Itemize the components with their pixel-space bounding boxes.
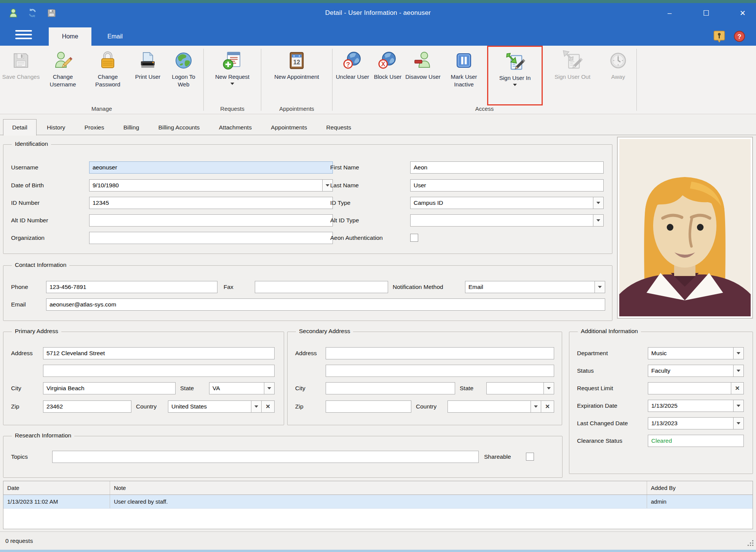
secondary-state-input[interactable]	[486, 382, 543, 394]
notes-table: Date Note Added By 1/13/2023 11:02 AM Us…	[3, 481, 753, 529]
print-user-button[interactable]: Print User	[130, 46, 165, 105]
status-input[interactable]	[648, 365, 733, 377]
tab-detail[interactable]: Detail	[3, 119, 37, 136]
primary-address2-input[interactable]	[43, 365, 275, 377]
away-button[interactable]: Away	[601, 46, 635, 105]
note-text-cell: User cleared by staff.	[110, 495, 647, 508]
resize-grip[interactable]	[748, 540, 754, 548]
dropdown-icon[interactable]	[733, 400, 744, 412]
dropdown-icon[interactable]	[531, 400, 541, 413]
new-appointment-button[interactable]: 12 New Appointment	[263, 46, 331, 105]
request-limit-input[interactable]	[648, 382, 731, 394]
secondary-address-input[interactable]	[326, 347, 554, 359]
dropdown-icon[interactable]	[251, 400, 262, 413]
topics-input[interactable]	[52, 451, 479, 463]
change-username-button[interactable]: Change Username	[40, 46, 85, 105]
tab-requests[interactable]: Requests	[318, 120, 360, 136]
alt-id-type-input[interactable]	[410, 214, 593, 227]
secondary-address2-input[interactable]	[326, 365, 554, 377]
alt-id-number-input[interactable]	[89, 214, 333, 227]
id-type-input[interactable]	[410, 197, 593, 209]
close-button[interactable]: ✕	[736, 9, 749, 18]
ribbon-group-requests: New Request Requests	[205, 46, 259, 114]
groupbox-legend: Secondary Address	[296, 328, 353, 335]
shareable-checkbox[interactable]	[526, 453, 534, 461]
dropdown-icon[interactable]	[595, 281, 605, 293]
status-bar: 0 requests	[0, 531, 756, 550]
last-name-input[interactable]	[410, 179, 604, 191]
new-request-button[interactable]: New Request	[205, 46, 259, 105]
primary-address-input[interactable]	[43, 347, 275, 359]
dob-input[interactable]	[89, 179, 322, 191]
phone-input[interactable]	[46, 281, 217, 293]
user-icon[interactable]	[8, 8, 18, 18]
ribbon-tab-email[interactable]: Email	[96, 27, 134, 46]
ribbon-tab-home[interactable]: Home	[49, 27, 91, 46]
block-user-button[interactable]: X Block User	[371, 46, 404, 105]
table-row[interactable]: 1/13/2023 11:02 AM User cleared by staff…	[3, 495, 753, 509]
topics-label: Topics	[11, 451, 28, 463]
sign-user-out-button[interactable]: Sign User Out	[543, 46, 601, 105]
minimize-button[interactable]: –	[663, 9, 676, 17]
unclear-user-button[interactable]: ? Unclear User	[334, 46, 371, 105]
aeon-authentication-checkbox[interactable]	[410, 234, 418, 242]
logon-to-web-button[interactable]: Logon To Web	[165, 46, 202, 105]
dropdown-icon[interactable]	[733, 365, 744, 377]
tab-proxies[interactable]: Proxies	[76, 120, 113, 136]
dropdown-icon[interactable]	[264, 382, 275, 394]
change-password-button[interactable]: Change Password	[85, 46, 130, 105]
column-header-added-by[interactable]: Added By	[647, 481, 753, 495]
ribbon-group-appointments: 12 New Appointment Appointments	[263, 46, 331, 114]
tab-billing[interactable]: Billing	[115, 120, 148, 136]
dropdown-icon[interactable]	[733, 417, 744, 429]
mark-user-inactive-button[interactable]: Mark User Inactive	[441, 46, 486, 105]
tab-history[interactable]: History	[38, 120, 74, 136]
dropdown-icon[interactable]	[593, 214, 604, 227]
email-input[interactable]	[46, 298, 605, 311]
identification-groupbox: Identification Username Date of Birth ID…	[3, 144, 612, 254]
secondary-city-input[interactable]	[326, 382, 455, 394]
first-name-input[interactable]	[410, 161, 604, 174]
zip-label: Zip	[295, 400, 304, 413]
clear-icon[interactable]: ✕	[541, 400, 554, 413]
refresh-icon[interactable]	[27, 8, 37, 18]
tab-billing-accounts[interactable]: Billing Accounts	[150, 120, 209, 136]
dropdown-icon[interactable]	[733, 347, 744, 359]
sign-user-in-button[interactable]: Sign User In	[488, 47, 542, 104]
id-number-input[interactable]	[89, 197, 333, 209]
organization-input[interactable]	[89, 232, 333, 244]
primary-zip-input[interactable]	[43, 400, 131, 413]
clear-icon[interactable]: ✕	[262, 400, 275, 413]
department-input[interactable]	[648, 347, 733, 359]
groupbox-legend: Contact Information	[12, 262, 69, 268]
dropdown-icon[interactable]	[593, 197, 604, 209]
save-changes-button[interactable]: Save Changes	[2, 46, 40, 105]
last-changed-date-input[interactable]	[648, 417, 733, 429]
pin-icon[interactable]	[713, 30, 725, 45]
notification-method-input[interactable]	[465, 281, 595, 293]
fax-input[interactable]	[255, 281, 388, 293]
disavow-user-button[interactable]: Disavow User	[404, 46, 441, 105]
tab-attachments[interactable]: Attachments	[210, 120, 261, 136]
secondary-country-input[interactable]	[448, 400, 531, 413]
column-header-note[interactable]: Note	[110, 481, 647, 495]
primary-city-input[interactable]	[43, 382, 176, 394]
expiration-date-input[interactable]	[648, 400, 733, 412]
username-input[interactable]	[89, 161, 333, 174]
globe-question-icon: ?	[343, 49, 363, 72]
clearance-status-input[interactable]	[648, 435, 744, 447]
groupbox-legend: Primary Address	[12, 328, 61, 335]
help-icon[interactable]: ?	[734, 30, 745, 45]
organization-label: Organization	[11, 232, 45, 244]
column-header-date[interactable]: Date	[3, 481, 110, 495]
email-label: Email	[11, 298, 26, 311]
secondary-zip-input[interactable]	[326, 400, 411, 413]
primary-state-input[interactable]	[209, 382, 264, 394]
save-icon[interactable]	[46, 8, 56, 18]
clear-icon[interactable]: ✕	[731, 382, 744, 394]
primary-country-input[interactable]	[168, 400, 251, 413]
tab-appointments[interactable]: Appointments	[262, 120, 316, 136]
dropdown-icon[interactable]	[543, 382, 554, 394]
menu-icon[interactable]	[14, 30, 34, 40]
maximize-button[interactable]: ☐	[700, 9, 713, 18]
